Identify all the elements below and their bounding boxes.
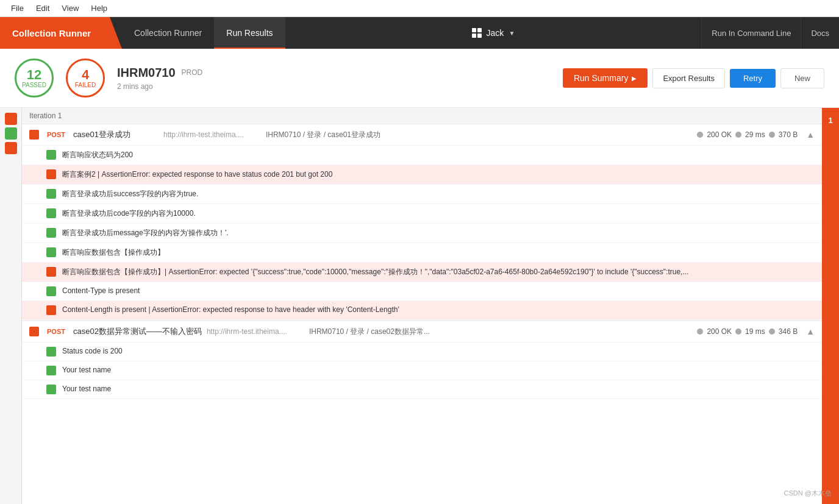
request-path-2: IHRM0710 / 登录 / case02数据异常... — [309, 327, 693, 337]
assertion-text: 断言响应数据包含【操作成功】| AssertionError: expected… — [62, 267, 815, 277]
run-summary-button[interactable]: Run Summary ▶ — [563, 68, 648, 88]
size-dot — [769, 132, 775, 138]
chevron-down-icon: ▼ — [509, 30, 515, 37]
tab-collection-runner[interactable]: Collection Runner — [122, 17, 214, 49]
assertion-row: 断言登录成功后code字段的内容为10000. — [22, 204, 822, 224]
request-name: case01登录成功 — [73, 129, 159, 140]
run-info: IHRM0710 PROD 2 mins ago — [117, 66, 551, 91]
assertion-text: Status code is 200 — [62, 347, 815, 355]
new-button[interactable]: New — [780, 68, 824, 88]
assertion-row: Content-Type is present — [22, 282, 822, 301]
collapse-icon[interactable]: ▲ — [806, 130, 815, 140]
assertion-text: 断言登录成功后message字段的内容为'操作成功！'. — [62, 228, 815, 238]
assertion-text: Your test name — [62, 385, 815, 393]
assertion-row-2b: Your test name — [22, 361, 822, 380]
assertion-pass-icon — [46, 286, 56, 296]
arrow-icon: ▶ — [632, 75, 637, 82]
request-url-2: http://ihrm-test.itheima.... — [207, 327, 304, 336]
run-actions: Run Summary ▶ Export Results Retry New — [563, 68, 824, 88]
page-number[interactable]: 1 — [823, 113, 838, 127]
assertion-text: Your test name — [62, 366, 815, 374]
failed-count: 4 — [82, 68, 89, 82]
assertion-row-2a: Status code is 200 — [22, 343, 822, 361]
status-dot — [697, 132, 703, 138]
assertion-pass-icon — [46, 347, 56, 357]
left-sidebar — [0, 108, 22, 504]
run-env: PROD — [182, 68, 203, 77]
assertion-text: 断言案例2 | AssertionError: expected respons… — [62, 169, 815, 180]
response-size: 370 B — [779, 130, 798, 139]
time-dot-2 — [735, 328, 741, 335]
size-dot-2 — [769, 328, 775, 335]
status-code-2: 200 OK — [707, 327, 732, 336]
status-dot-2 — [697, 328, 703, 335]
method-badge: POST — [44, 130, 68, 140]
assertion-fail-icon — [46, 169, 56, 179]
assertion-row: 断言登录成功后success字段的内容为true. — [22, 185, 822, 204]
request-meta: 200 OK 29 ms 370 B ▲ — [697, 130, 815, 140]
watermark: CSDN @木木垒 — [784, 489, 832, 498]
assertion-text: 断言响应数据包含【操作成功】 — [62, 247, 815, 258]
assertion-text: 断言响应状态码为200 — [62, 150, 815, 160]
assertion-text: Content-Type is present — [62, 286, 815, 295]
request-row: POST case01登录成功 http://ihrm-test.itheima… — [22, 124, 822, 146]
results-area: Iteration 1 POST case01登录成功 http://ihrm-… — [0, 108, 839, 504]
run-header: 12 PASSED 4 FAILED IHRM0710 PROD 2 mins … — [0, 49, 839, 108]
menu-bar: File Edit View Help — [0, 0, 839, 17]
right-sidebar: 1 — [822, 108, 839, 504]
nav-right: Run In Command Line Docs — [701, 17, 839, 49]
method-badge-2: POST — [44, 327, 68, 336]
assertion-row-2c: Your test name — [22, 380, 822, 399]
assertion-text: 断言登录成功后success字段的内容为true. — [62, 189, 815, 199]
menu-file[interactable]: File — [5, 0, 30, 16]
menu-help[interactable]: Help — [85, 0, 113, 16]
response-time: 29 ms — [745, 130, 765, 139]
assertion-row-failed: Content-Length is present | AssertionErr… — [22, 301, 822, 320]
failed-label: FAILED — [75, 82, 96, 88]
request-url: http://ihrm-test.itheima.... — [163, 130, 261, 139]
request-status-failed — [29, 327, 39, 336]
assertion-row: 断言响应状态码为200 — [22, 146, 822, 165]
request-meta-2: 200 OK 19 ms 346 B ▲ — [697, 327, 815, 336]
assertion-text: Content-Length is present | AssertionErr… — [62, 305, 815, 314]
export-results-button[interactable]: Export Results — [652, 68, 725, 88]
assertion-pass-icon — [46, 366, 56, 375]
assertion-pass-icon — [46, 189, 56, 199]
assertion-row: 断言登录成功后message字段的内容为'操作成功！'. — [22, 224, 822, 243]
status-code: 200 OK — [707, 130, 732, 139]
assertion-text: 断言登录成功后code字段的内容为10000. — [62, 208, 815, 219]
request-path: IHRM0710 / 登录 / case01登录成功 — [266, 130, 692, 140]
assertion-pass-icon — [46, 228, 56, 238]
run-time: 2 mins ago — [117, 82, 551, 91]
assertion-fail-icon — [46, 267, 56, 277]
run-name: IHRM0710 — [117, 66, 176, 80]
assertion-row-failed: 断言案例2 | AssertionError: expected respons… — [22, 165, 822, 185]
nav-center: Jack ▼ — [285, 28, 702, 38]
menu-view[interactable]: View — [55, 0, 85, 16]
passed-circle: 12 PASSED — [15, 59, 54, 98]
assertion-pass-icon — [46, 247, 56, 257]
docs-button[interactable]: Docs — [801, 17, 839, 49]
request-name-2: case02数据异常测试——不输入密码 — [73, 326, 202, 337]
assertion-fail-icon — [46, 305, 56, 315]
grid-icon — [472, 28, 482, 38]
assertion-row: 断言响应数据包含【操作成功】 — [22, 243, 822, 263]
assertion-pass-icon — [46, 208, 56, 218]
tab-run-results[interactable]: Run Results — [214, 17, 285, 49]
collapse-icon-2[interactable]: ▲ — [806, 327, 815, 336]
retry-button[interactable]: Retry — [730, 69, 776, 88]
run-in-command-line-button[interactable]: Run In Command Line — [701, 17, 801, 49]
sidebar-indicator-3 — [5, 142, 17, 154]
run-title: IHRM0710 PROD — [117, 66, 551, 80]
request-row-2: POST case02数据异常测试——不输入密码 http://ihrm-tes… — [22, 320, 822, 343]
failed-circle: 4 FAILED — [66, 59, 105, 98]
menu-edit[interactable]: Edit — [30, 0, 55, 16]
results-main: Iteration 1 POST case01登录成功 http://ihrm-… — [22, 108, 822, 504]
sidebar-indicator-1 — [5, 113, 17, 125]
response-time-2: 19 ms — [745, 327, 765, 336]
assertion-row-failed: 断言响应数据包含【操作成功】| AssertionError: expected… — [22, 263, 822, 282]
user-name[interactable]: Jack — [487, 28, 504, 38]
assertion-pass-icon — [46, 385, 56, 394]
passed-label: PASSED — [22, 82, 46, 88]
assertion-pass-icon — [46, 150, 56, 160]
